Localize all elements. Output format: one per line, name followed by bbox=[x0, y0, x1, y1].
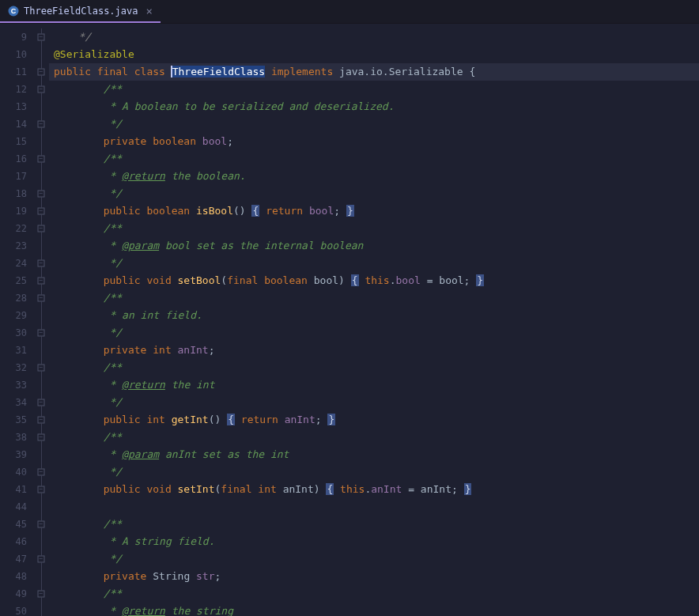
line-number[interactable]: 19 bbox=[0, 202, 33, 220]
code-line[interactable]: public final class ThreeFieldClass imple… bbox=[49, 63, 699, 81]
fold-marker[interactable] bbox=[33, 394, 49, 411]
fold-marker[interactable] bbox=[33, 324, 49, 342]
line-number[interactable]: 33 bbox=[0, 376, 33, 394]
code-area[interactable]: */@Serializablepublic final class ThreeF… bbox=[49, 24, 699, 616]
line-number[interactable]: 48 bbox=[0, 568, 33, 585]
fold-marker[interactable] bbox=[33, 202, 49, 220]
line-number[interactable]: 31 bbox=[0, 342, 33, 359]
fold-marker bbox=[33, 46, 49, 63]
fold-marker[interactable] bbox=[33, 63, 49, 81]
code-line[interactable]: @Serializable bbox=[49, 46, 699, 63]
code-line[interactable]: public boolean isBool() { return bool; } bbox=[49, 202, 699, 220]
code-line[interactable]: * A boolean to be serialized and deseria… bbox=[49, 98, 699, 115]
code-line[interactable]: /** bbox=[49, 585, 699, 603]
line-number[interactable]: 10 bbox=[0, 46, 33, 63]
line-number[interactable]: 9 bbox=[0, 28, 33, 46]
line-number[interactable]: 22 bbox=[0, 220, 33, 237]
line-number[interactable]: 45 bbox=[0, 516, 33, 533]
code-line[interactable]: * A string field. bbox=[49, 533, 699, 550]
tab-filename: ThreeFieldClass.java bbox=[24, 6, 138, 17]
line-number[interactable]: 29 bbox=[0, 307, 33, 324]
code-line[interactable]: /** bbox=[49, 289, 699, 307]
line-number[interactable]: 32 bbox=[0, 359, 33, 376]
line-number[interactable]: 46 bbox=[0, 533, 33, 550]
line-number[interactable]: 12 bbox=[0, 81, 33, 98]
code-line[interactable]: public void setInt(final int anInt) { th… bbox=[49, 481, 699, 498]
code-line[interactable]: */ bbox=[49, 255, 699, 272]
line-number[interactable]: 41 bbox=[0, 481, 33, 498]
code-line[interactable]: /** bbox=[49, 359, 699, 376]
code-line[interactable]: * an int field. bbox=[49, 307, 699, 324]
code-line[interactable]: */ bbox=[49, 463, 699, 481]
line-number[interactable]: 18 bbox=[0, 185, 33, 202]
line-number[interactable]: 24 bbox=[0, 255, 33, 272]
line-number[interactable]: 11 bbox=[0, 63, 33, 81]
fold-marker[interactable] bbox=[33, 481, 49, 498]
line-number[interactable]: 47 bbox=[0, 550, 33, 568]
line-number[interactable]: 25 bbox=[0, 272, 33, 289]
line-number[interactable]: 17 bbox=[0, 168, 33, 185]
fold-marker[interactable] bbox=[33, 150, 49, 168]
tab-bar: C ThreeFieldClass.java × bbox=[0, 0, 699, 24]
fold-marker[interactable] bbox=[33, 289, 49, 307]
code-line[interactable]: /** bbox=[49, 81, 699, 98]
fold-marker[interactable] bbox=[33, 516, 49, 533]
line-number[interactable]: 14 bbox=[0, 115, 33, 133]
line-number[interactable]: 44 bbox=[0, 498, 33, 516]
line-number[interactable]: 49 bbox=[0, 585, 33, 603]
fold-marker[interactable] bbox=[33, 359, 49, 376]
java-class-icon: C bbox=[8, 6, 19, 17]
code-line[interactable]: /** bbox=[49, 516, 699, 533]
code-line[interactable]: * @return the string bbox=[49, 603, 699, 616]
fold-marker[interactable] bbox=[33, 255, 49, 272]
line-number[interactable]: 38 bbox=[0, 429, 33, 446]
fold-marker[interactable] bbox=[33, 463, 49, 481]
code-line[interactable]: * @param anInt set as the int bbox=[49, 446, 699, 463]
code-line[interactable]: private String str; bbox=[49, 568, 699, 585]
code-line[interactable]: private int anInt; bbox=[49, 342, 699, 359]
fold-marker[interactable] bbox=[33, 28, 49, 46]
fold-marker[interactable] bbox=[33, 81, 49, 98]
fold-marker[interactable] bbox=[33, 115, 49, 133]
line-number[interactable]: 16 bbox=[0, 150, 33, 168]
code-line[interactable]: * @param bool set as the internal boolea… bbox=[49, 237, 699, 255]
code-line[interactable]: public void setBool(final boolean bool) … bbox=[49, 272, 699, 289]
line-number[interactable]: 34 bbox=[0, 394, 33, 411]
line-number[interactable]: 35 bbox=[0, 411, 33, 429]
code-line[interactable]: * @return the int bbox=[49, 376, 699, 394]
code-line[interactable]: /** bbox=[49, 220, 699, 237]
line-number[interactable]: 39 bbox=[0, 446, 33, 463]
code-line[interactable]: */ bbox=[49, 394, 699, 411]
code-line[interactable]: */ bbox=[49, 324, 699, 342]
fold-marker[interactable] bbox=[33, 411, 49, 429]
editor[interactable]: 9101112131415161718192223242528293031323… bbox=[0, 24, 699, 616]
fold-marker[interactable] bbox=[33, 550, 49, 568]
code-line[interactable]: */ bbox=[49, 550, 699, 568]
code-line[interactable]: public int getInt() { return anInt; } bbox=[49, 411, 699, 429]
line-number[interactable]: 30 bbox=[0, 324, 33, 342]
code-line[interactable]: private boolean bool; bbox=[49, 133, 699, 150]
line-number-gutter[interactable]: 9101112131415161718192223242528293031323… bbox=[0, 24, 33, 616]
code-line[interactable] bbox=[49, 498, 699, 516]
line-number[interactable]: 15 bbox=[0, 133, 33, 150]
fold-marker[interactable] bbox=[33, 585, 49, 603]
code-line[interactable]: */ bbox=[49, 185, 699, 202]
line-number[interactable]: 50 bbox=[0, 603, 33, 616]
line-number[interactable]: 23 bbox=[0, 237, 33, 255]
code-line[interactable]: * @return the boolean. bbox=[49, 168, 699, 185]
line-number[interactable]: 28 bbox=[0, 289, 33, 307]
fold-marker[interactable] bbox=[33, 429, 49, 446]
fold-marker[interactable] bbox=[33, 272, 49, 289]
code-line[interactable]: /** bbox=[49, 429, 699, 446]
code-line[interactable]: */ bbox=[49, 115, 699, 133]
file-tab[interactable]: C ThreeFieldClass.java × bbox=[0, 0, 161, 23]
fold-marker[interactable] bbox=[33, 220, 49, 237]
code-line[interactable]: */ bbox=[49, 28, 699, 46]
line-number[interactable]: 40 bbox=[0, 463, 33, 481]
close-icon[interactable]: × bbox=[146, 5, 153, 17]
fold-column[interactable] bbox=[33, 24, 49, 616]
fold-marker bbox=[33, 568, 49, 585]
code-line[interactable]: /** bbox=[49, 150, 699, 168]
fold-marker[interactable] bbox=[33, 185, 49, 202]
line-number[interactable]: 13 bbox=[0, 98, 33, 115]
